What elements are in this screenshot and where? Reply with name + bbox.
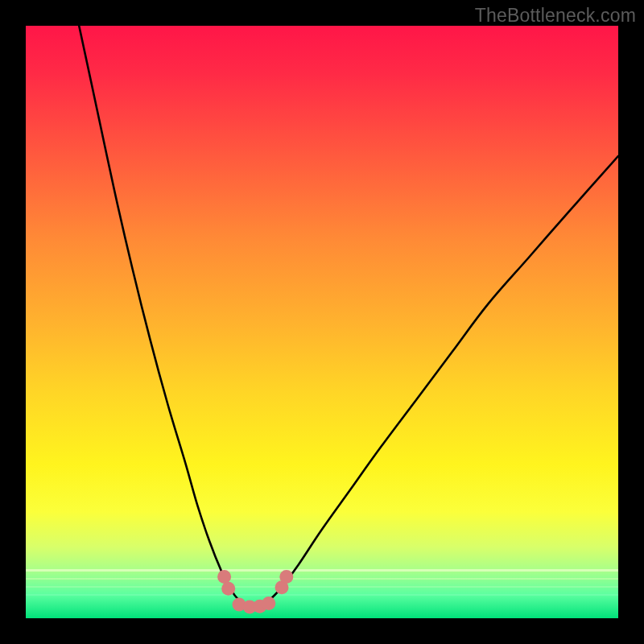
- gradient-band-4: [26, 594, 618, 596]
- curve-marker: [243, 601, 257, 614]
- watermark-text: TheBottleneck.com: [475, 5, 636, 27]
- curve-marker: [279, 570, 293, 584]
- gradient-band-3: [26, 586, 618, 588]
- chart-frame: TheBottleneck.com: [0, 0, 644, 644]
- curve-marker: [253, 600, 266, 613]
- curve-marker: [233, 598, 246, 612]
- curve-marker: [262, 597, 275, 610]
- bottleneck-curve: [26, 26, 618, 618]
- curve-marker: [217, 570, 231, 584]
- gradient-band-1: [26, 569, 618, 572]
- gradient-band-2: [26, 578, 618, 580]
- plot-area: [26, 26, 618, 618]
